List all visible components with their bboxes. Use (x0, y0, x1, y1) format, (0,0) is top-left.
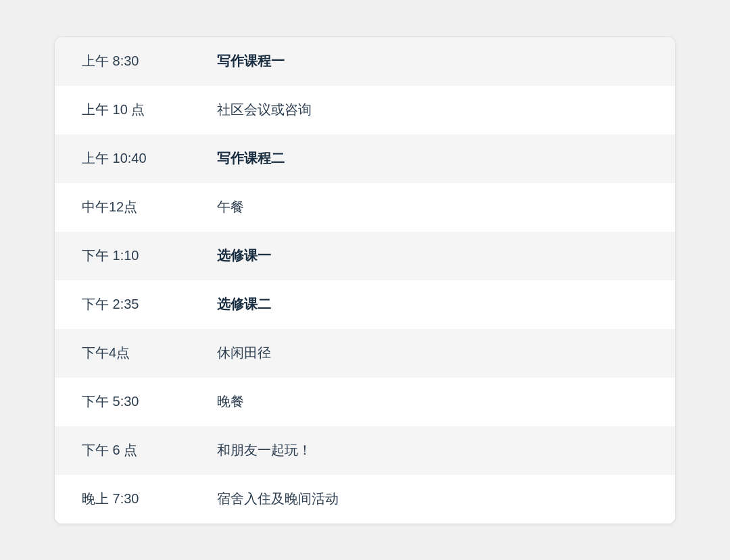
event-cell: 午餐 (217, 198, 244, 216)
table-row: 下午 2:35选修课二 (55, 280, 675, 329)
table-row: 下午4点休闲田径 (55, 329, 675, 378)
event-cell: 晚餐 (217, 392, 244, 411)
table-row: 上午 8:30写作课程一 (55, 37, 675, 86)
event-cell: 选修课一 (217, 247, 271, 265)
table-row: 中午12点午餐 (55, 183, 675, 232)
table-row: 晚上 7:30宿舍入住及晚间活动 (55, 475, 675, 524)
schedule-table: 上午 8:30写作课程一上午 10 点社区会议或咨询上午 10:40写作课程二中… (54, 36, 676, 524)
time-cell: 晚上 7:30 (82, 490, 217, 508)
time-cell: 上午 8:30 (82, 52, 217, 70)
event-cell: 写作课程二 (217, 149, 285, 168)
time-cell: 下午 1:10 (82, 247, 217, 265)
time-cell: 上午 10 点 (82, 101, 217, 119)
time-cell: 下午 2:35 (82, 295, 217, 313)
event-cell: 选修课二 (217, 295, 271, 313)
event-cell: 宿舍入住及晚间活动 (217, 490, 339, 508)
time-cell: 下午4点 (82, 344, 217, 362)
table-row: 下午 6 点和朋友一起玩！ (55, 426, 675, 475)
time-cell: 中午12点 (82, 198, 217, 216)
event-cell: 休闲田径 (217, 344, 271, 362)
event-cell: 社区会议或咨询 (217, 101, 312, 119)
time-cell: 下午 6 点 (82, 441, 217, 459)
table-row: 下午 5:30晚餐 (55, 378, 675, 426)
event-cell: 和朋友一起玩！ (217, 441, 312, 459)
time-cell: 上午 10:40 (82, 149, 217, 168)
table-row: 上午 10:40写作课程二 (55, 134, 675, 183)
table-row: 下午 1:10选修课一 (55, 232, 675, 280)
table-row: 上午 10 点社区会议或咨询 (55, 86, 675, 134)
time-cell: 下午 5:30 (82, 392, 217, 411)
event-cell: 写作课程一 (217, 52, 285, 70)
